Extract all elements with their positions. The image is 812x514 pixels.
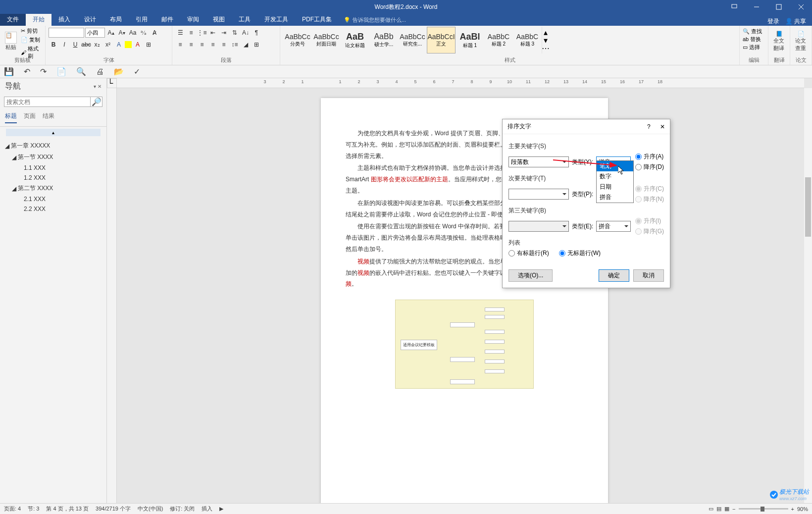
nav-tab-headings[interactable]: 标题: [5, 112, 17, 123]
desc-g-radio[interactable]: 降序(G): [635, 227, 664, 236]
zoom-level[interactable]: 90%: [797, 506, 808, 512]
tab-review[interactable]: 审阅: [180, 13, 206, 26]
status-language[interactable]: 中文(中国): [138, 505, 163, 513]
align-center-button[interactable]: ≡: [186, 40, 196, 50]
dialog-close-icon[interactable]: ✕: [660, 123, 665, 130]
share-button[interactable]: 👤 共享: [785, 17, 806, 26]
status-page-of[interactable]: 第 4 页，共 13 页: [46, 505, 89, 513]
print-layout-icon[interactable]: ▤: [716, 506, 721, 512]
open-icon[interactable]: 📂: [114, 67, 124, 76]
tab-mailings[interactable]: 邮件: [154, 13, 180, 26]
zoom-slider[interactable]: [739, 508, 788, 510]
spelling-icon[interactable]: ✓: [134, 67, 140, 76]
asc-i-radio[interactable]: 升序(I): [635, 217, 664, 225]
horizontal-ruler[interactable]: 321 123 4567 891011 121314 15161718: [117, 78, 804, 88]
status-insert[interactable]: 插入: [202, 505, 212, 513]
ribbon-options-icon[interactable]: [723, 0, 745, 14]
new-icon[interactable]: 📄: [56, 67, 66, 76]
tab-developer[interactable]: 开发工具: [257, 13, 295, 26]
undo-icon[interactable]: ↶: [24, 67, 30, 76]
has-header-radio[interactable]: 有标题行(R): [508, 249, 549, 257]
dropdown-item[interactable]: 数字: [597, 171, 633, 182]
check-button[interactable]: 📄论文查重: [793, 27, 809, 55]
primary-key-combo[interactable]: 段落数: [508, 156, 569, 167]
scrollbar-thumb[interactable]: [805, 177, 811, 237]
asc-c-radio[interactable]: 升序(C): [635, 185, 664, 193]
bold-button[interactable]: B: [49, 40, 58, 50]
style-gallery[interactable]: AaBbCc分类号 AaBbCc封面日期 AaB论文标题 AaBb硕士学... …: [283, 27, 549, 53]
dropdown-item[interactable]: 拼音: [597, 192, 633, 203]
font-name-combo[interactable]: [49, 28, 84, 38]
tab-design[interactable]: 设计: [77, 13, 103, 26]
distributed-button[interactable]: ≡: [219, 40, 229, 50]
print-preview-icon[interactable]: 🔍: [76, 67, 86, 76]
no-header-radio[interactable]: 无标题行(W): [559, 249, 601, 257]
options-button[interactable]: 选项(O)...: [508, 269, 553, 282]
cancel-button[interactable]: 取消: [633, 269, 664, 282]
status-page[interactable]: 页面: 4: [4, 505, 21, 513]
borders-button[interactable]: ⊞: [252, 40, 261, 50]
text-effects-button[interactable]: A: [114, 40, 124, 50]
tell-me-input[interactable]: 💡 告诉我您想要做什么...: [339, 14, 411, 26]
asc-a-radio[interactable]: 升序(A): [635, 153, 664, 161]
font-size-combo[interactable]: [85, 28, 105, 38]
nav-item[interactable]: ◢第一章 XXXXX: [0, 140, 106, 152]
select-button[interactable]: ▭ 选择: [743, 44, 760, 51]
tab-view[interactable]: 视图: [206, 13, 232, 26]
nav-search-input[interactable]: [4, 97, 90, 106]
desc-d-radio[interactable]: 降序(D): [635, 163, 664, 171]
tab-home[interactable]: 开始: [26, 13, 51, 26]
nav-item[interactable]: 1.1 XXX: [0, 163, 106, 173]
secondary-key-combo[interactable]: [508, 189, 569, 200]
tab-insert[interactable]: 插入: [51, 13, 77, 26]
nav-item[interactable]: 2.2 XXX: [0, 204, 106, 214]
tab-layout[interactable]: 布局: [103, 13, 129, 26]
nav-collapse-all[interactable]: ▴: [6, 129, 101, 136]
shrink-font-button[interactable]: A▾: [117, 28, 127, 38]
nav-item[interactable]: 1.2 XXX: [0, 173, 106, 183]
justify-button[interactable]: ≡: [208, 40, 218, 50]
tab-references[interactable]: 引用: [129, 13, 154, 26]
nav-item[interactable]: ◢第二节 XXXX: [0, 183, 106, 194]
nav-dropdown-icon[interactable]: ▾ ✕: [94, 84, 102, 89]
tab-file[interactable]: 文件: [0, 13, 26, 26]
italic-button[interactable]: I: [59, 40, 69, 50]
subscript-button[interactable]: x₂: [92, 40, 102, 50]
zoom-in-icon[interactable]: +: [791, 506, 794, 512]
dropdown-item[interactable]: 日期: [597, 182, 633, 192]
status-track[interactable]: 修订: 关闭: [170, 505, 195, 513]
type-dropdown[interactable]: 笔划 数字 日期 拼音: [596, 160, 634, 203]
nav-item[interactable]: 2.1 XXX: [0, 194, 106, 204]
phonetic-guide-button[interactable]: ᵃ⁄ₐ: [139, 28, 149, 38]
tab-pdf[interactable]: PDF工具集: [295, 13, 339, 26]
close-button[interactable]: [790, 0, 812, 14]
font-color-button[interactable]: A: [133, 40, 143, 50]
shading-button[interactable]: ◢: [241, 40, 251, 50]
zoom-out-icon[interactable]: −: [732, 506, 735, 512]
paste-button[interactable]: 📋 粘贴: [3, 27, 19, 55]
web-layout-icon[interactable]: ▦: [724, 506, 729, 512]
nav-tab-pages[interactable]: 页面: [24, 112, 36, 123]
line-spacing-button[interactable]: ↕≡: [230, 40, 240, 50]
align-left-button[interactable]: ≡: [175, 40, 185, 50]
dropdown-item[interactable]: 笔划: [597, 161, 633, 171]
multilevel-button[interactable]: ⋮≡: [197, 28, 207, 38]
copy-button[interactable]: 📄 复制: [20, 36, 42, 44]
minimize-button[interactable]: [745, 0, 767, 14]
highlight-button[interactable]: [125, 41, 132, 48]
align-right-button[interactable]: ≡: [197, 40, 207, 50]
translate-button[interactable]: 📘全文翻译: [771, 27, 787, 55]
nav-item[interactable]: ◢第一节 XXXX: [0, 152, 106, 163]
desc-n-radio[interactable]: 降序(N): [635, 195, 664, 204]
gallery-more-icon[interactable]: ⋯: [542, 44, 549, 52]
status-section[interactable]: 节: 3: [28, 505, 39, 513]
save-icon[interactable]: 💾: [4, 67, 14, 76]
decrease-indent-button[interactable]: ⇤: [208, 28, 218, 38]
numbering-button[interactable]: ≡: [186, 28, 196, 38]
print-icon[interactable]: 🖨: [96, 67, 104, 76]
nav-search[interactable]: 🔎: [4, 97, 102, 107]
clear-format-button[interactable]: A̷: [150, 28, 159, 38]
search-icon[interactable]: 🔎: [90, 97, 102, 106]
type-e-combo[interactable]: 拼音: [596, 221, 631, 232]
tab-tools[interactable]: 工具: [232, 13, 257, 26]
